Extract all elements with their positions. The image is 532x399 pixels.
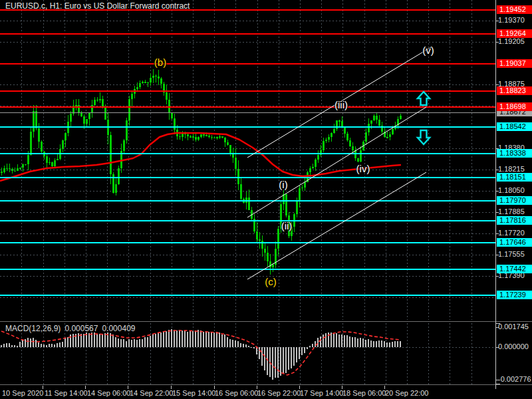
wave-label-v[interactable]: (v) [422,45,434,56]
wave-label-i[interactable]: (i) [279,179,287,190]
time-label: 14 Sep 06:00 [87,389,130,397]
macd-scale-label: 0.000000 [498,342,529,351]
macd-scale-label: 0.001745 [498,323,529,331]
down-arrow[interactable] [418,130,430,144]
time-label: 11 Sep 14:00 [45,389,88,397]
chart-window: EURUSD.c, H1: Euro vs US Dollar Forward … [0,0,532,399]
macd-main-value: 0.000567 [65,324,98,333]
price-badge-resistance: 1.19037 [497,59,532,68]
price-badge-resistance: 1.19452 [497,5,532,14]
trendline[interactable] [247,172,426,279]
wave-label-iv[interactable]: (iv) [356,163,370,174]
wave-label-iii[interactable]: (iii) [334,99,348,110]
macd-histogram [1,329,400,379]
price-badge-support: 1.17970 [497,196,532,205]
price-tick-label: 1.17720 [498,229,525,237]
macd-signal-value: 0.000409 [102,324,135,333]
price-badge-support: 1.18151 [497,173,532,182]
wave-label-b[interactable]: (b) [154,57,166,68]
price-badge-resistance: 1.18823 [497,86,532,95]
time-label: 20 Sep 22:00 [385,389,428,397]
time-label: 16 Sep 22:00 [257,389,301,397]
price-badge-resistance: 1.19264 [497,29,532,38]
time-label: 10 Sep 2020 [2,389,43,397]
chart-title: EURUSD.c, H1: Euro vs US Dollar Forward … [5,1,190,11]
price-badge-support: 1.17646 [497,238,532,247]
price-badge-support: 1.18338 [497,149,532,158]
chart-canvas[interactable] [0,0,532,399]
time-label: 16 Sep 06:00 [215,389,258,397]
macd-indicator-name: MACD(12,26,9) [5,324,61,333]
price-badge-support: 1.18542 [497,122,532,131]
macd-title: MACD(12,26,9)0.0005670.000409 [5,324,140,333]
up-arrow[interactable] [418,92,430,105]
price-tick-label: 1.17885 [498,207,525,216]
price-tick-label: 1.18050 [498,186,525,195]
price-badge-support: 1.17816 [497,216,532,225]
time-label: 17 Sep 14:00 [300,389,343,397]
wave-label-ii[interactable]: (ii) [281,220,293,231]
time-label: 15 Sep 14:00 [172,389,215,397]
price-tick-label: 1.19370 [498,16,525,25]
price-tick-label: 1.17555 [498,250,525,259]
price-badge-resistance: 1.18698 [497,102,532,111]
time-label: 14 Sep 22:00 [130,389,173,397]
price-badge-support: 1.17239 [497,291,532,299]
macd-scale-label: -0.002776 [498,375,531,384]
price-badge-support: 1.17442 [497,265,532,273]
wave-label-c[interactable]: (c) [265,276,277,287]
price-tick-label: 1.19205 [498,37,525,46]
time-label: 18 Sep 06:00 [342,389,386,397]
